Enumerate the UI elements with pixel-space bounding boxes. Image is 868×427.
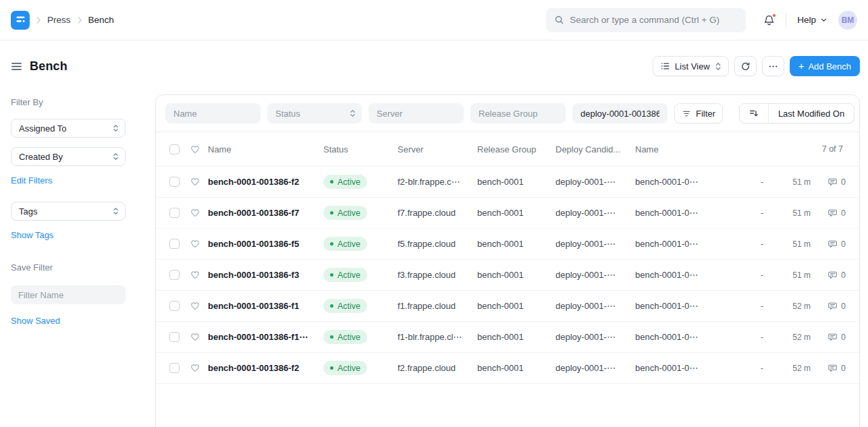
name-filter-input[interactable] — [165, 103, 261, 123]
bench-name[interactable]: bench-0001-001386-f7 — [208, 208, 323, 218]
favorite-heart-icon[interactable] — [190, 301, 200, 311]
favorite-heart-icon[interactable] — [190, 363, 200, 373]
created-by-select[interactable]: Created By — [11, 147, 126, 166]
table-row[interactable]: bench-0001-001386-f1 Active f1.frappe.cl… — [156, 291, 859, 322]
table-header-row: Name Status Server Release Group Deploy … — [156, 132, 859, 167]
favorite-heart-icon[interactable] — [190, 208, 200, 218]
comment-bubble-icon — [828, 333, 838, 342]
search-input[interactable] — [570, 15, 738, 25]
help-label: Help — [797, 15, 816, 25]
row-checkbox[interactable] — [169, 332, 180, 342]
comments-cell[interactable]: 0 — [811, 364, 859, 373]
avatar[interactable]: BM — [838, 11, 857, 30]
bench-name[interactable]: bench-0001-001386-f2 — [208, 177, 323, 187]
server-cell: f3.frappe.cloud — [398, 270, 477, 280]
status-label: Active — [337, 302, 360, 311]
row-checkbox[interactable] — [169, 239, 180, 249]
frappe-logo-icon[interactable] — [11, 11, 30, 30]
refresh-button[interactable] — [734, 56, 757, 76]
deploy-candidate-cell: deploy-0001-⋯ — [555, 177, 635, 187]
col-header-name2[interactable]: Name — [635, 144, 736, 154]
global-search[interactable] — [546, 8, 746, 32]
comments-cell[interactable]: 0 — [811, 302, 859, 311]
filter-button-label: Filter — [696, 109, 715, 119]
sidebar-toggle-icon[interactable] — [11, 61, 22, 72]
server-cell: f5.frappe.cloud — [398, 239, 477, 249]
chevron-updown-icon — [113, 207, 119, 215]
sort-control[interactable]: Last Modified On — [739, 103, 855, 123]
select-all-checkbox[interactable] — [169, 144, 180, 154]
deploy-candidate-cell: deploy-0001-⋯ — [555, 363, 635, 373]
show-tags-link[interactable]: Show Tags — [11, 230, 53, 240]
release-group-filter-input[interactable] — [470, 103, 566, 123]
bench-name[interactable]: bench-0001-001386-f3 — [208, 270, 323, 280]
deploy-candidate-filter-input[interactable] — [572, 103, 668, 123]
status-filter-select[interactable]: Status — [267, 103, 362, 123]
heart-icon[interactable] — [190, 144, 200, 154]
col-header-server[interactable]: Server — [398, 144, 477, 154]
server-cell: f7.frappe.cloud — [398, 208, 477, 218]
avatar-initials: BM — [842, 16, 855, 25]
favorite-heart-icon[interactable] — [190, 239, 200, 249]
row-checkbox[interactable] — [169, 301, 180, 311]
table-row[interactable]: bench-0001-001386-f1⋯ Active f1-blr.frap… — [156, 322, 859, 353]
filter-name-input[interactable] — [11, 285, 126, 304]
comments-cell[interactable]: 0 — [811, 333, 859, 342]
table-row[interactable]: bench-0001-001386-f2 Active f2-blr.frapp… — [156, 167, 859, 198]
row-checkbox[interactable] — [169, 208, 180, 218]
comments-cell[interactable]: 0 — [811, 239, 859, 249]
row-checkbox[interactable] — [169, 270, 180, 280]
comments-cell[interactable]: 0 — [811, 208, 859, 218]
more-options-button[interactable] — [762, 56, 784, 76]
status-cell: Active — [323, 299, 398, 313]
view-switcher-button[interactable]: List View — [653, 56, 729, 76]
modified-cell: 52 m — [776, 364, 811, 373]
tags-select[interactable]: Tags — [11, 202, 126, 221]
help-menu[interactable]: Help — [797, 15, 828, 25]
assigned-to-label: Assigned To — [19, 123, 67, 134]
list-filter-bar: Status Filter — [156, 95, 859, 132]
col-header-deploy-candidate[interactable]: Deploy Candid... — [555, 144, 635, 154]
col-header-status[interactable]: Status — [323, 144, 398, 154]
breadcrumb-bench[interactable]: Bench — [88, 15, 114, 25]
breadcrumb-press[interactable]: Press — [47, 15, 71, 25]
server-cell: f1-blr.frappe.cl⋯ — [398, 332, 477, 342]
release-group-cell: bench-0001 — [477, 239, 555, 249]
comments-cell[interactable]: 0 — [811, 271, 859, 280]
add-bench-button[interactable]: + Add Bench — [790, 56, 860, 76]
filter-button[interactable]: Filter — [674, 103, 723, 123]
status-label: Active — [337, 177, 360, 187]
edit-filters-link[interactable]: Edit Filters — [11, 175, 52, 186]
comment-count: 0 — [841, 333, 846, 342]
sort-icon[interactable] — [740, 104, 769, 123]
table-row[interactable]: bench-0001-001386-f3 Active f3.frappe.cl… — [156, 260, 859, 291]
tag-cell: - — [749, 301, 776, 311]
assigned-to-select[interactable]: Assigned To — [11, 119, 126, 138]
status-cell: Active — [323, 175, 398, 189]
table-row[interactable]: bench-0001-001386-f5 Active f5.frappe.cl… — [156, 229, 859, 260]
server-filter-input[interactable] — [369, 103, 464, 123]
deploy-candidate-cell: deploy-0001-⋯ — [555, 239, 635, 249]
comment-bubble-icon — [828, 302, 838, 311]
bench-name[interactable]: bench-0001-001386-f1 — [208, 301, 323, 311]
bench-name[interactable]: bench-0001-001386-f2 — [208, 363, 323, 373]
show-saved-link[interactable]: Show Saved — [11, 316, 60, 326]
favorite-heart-icon[interactable] — [190, 332, 200, 342]
row-checkbox[interactable] — [169, 363, 180, 373]
tag-cell: - — [749, 332, 776, 342]
notifications-button[interactable] — [763, 14, 775, 26]
table-row[interactable]: bench-0001-001386-f2 Active f2.frappe.cl… — [156, 353, 859, 384]
bench-name[interactable]: bench-0001-001386-f5 — [208, 239, 323, 249]
favorite-heart-icon[interactable] — [190, 270, 200, 280]
plus-icon: + — [798, 61, 805, 71]
col-header-release-group[interactable]: Release Group — [477, 144, 555, 154]
bench-name[interactable]: bench-0001-001386-f1⋯ — [208, 332, 323, 342]
col-header-name[interactable]: Name — [208, 144, 323, 154]
comments-cell[interactable]: 0 — [811, 177, 859, 187]
favorite-heart-icon[interactable] — [190, 177, 200, 187]
filter-by-label: Filter By — [11, 97, 144, 107]
release-group-cell: bench-0001 — [477, 301, 555, 311]
table-row[interactable]: bench-0001-001386-f7 Active f7.frappe.cl… — [156, 198, 859, 229]
sort-field-label[interactable]: Last Modified On — [769, 104, 854, 123]
row-checkbox[interactable] — [169, 177, 180, 187]
